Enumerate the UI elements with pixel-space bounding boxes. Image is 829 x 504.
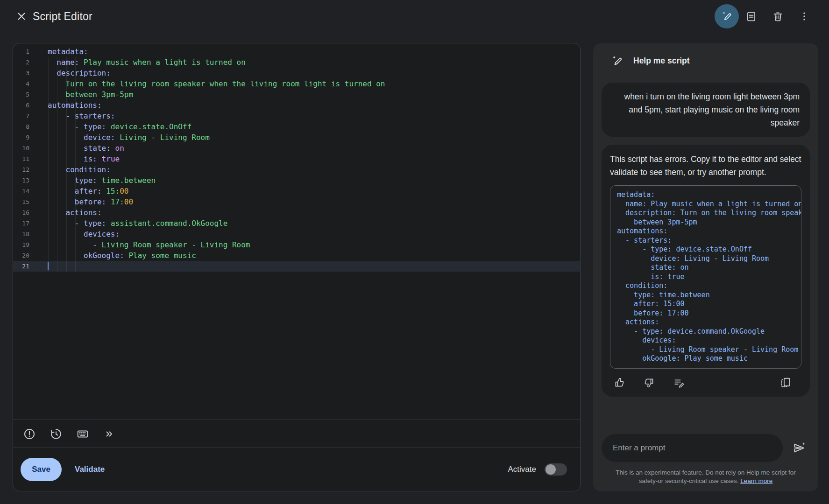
line-number: 5 [13,89,39,100]
assistant-response-bubble: This script has errors. Copy it to the e… [602,145,810,397]
line-number: 10 [13,143,39,154]
history-button[interactable] [47,425,65,443]
line-number: 16 [13,207,39,218]
keyboard-icon [76,427,89,441]
code-line[interactable]: 14 after: 15:00 [13,186,580,196]
line-number: 17 [13,218,39,229]
editor-footer: Save Validate Activate [13,448,580,491]
thumb-up-button[interactable] [613,376,626,389]
feedback-row [610,376,801,389]
double-chevron-right-icon [104,428,115,440]
code-line[interactable]: 2 name: Play music when a light is turne… [13,57,580,68]
code-line[interactable]: 21 [13,261,580,272]
panel-spacer [593,397,818,434]
experimental-disclaimer: This is an experimental feature. Do not … [606,469,805,485]
line-number: 21 [13,261,39,272]
editor-toolbar [13,420,580,448]
help-me-script-panel: Help me script when i turn on the living… [593,43,818,491]
trash-icon [772,11,784,22]
line-number: 18 [13,229,39,239]
prompt-input-row [602,434,810,462]
thumb-down-icon [643,377,655,389]
script-editor-app: Script Editor [0,0,829,504]
activate-switch[interactable] [545,463,567,476]
line-number: 8 [13,121,39,132]
help-me-script-button[interactable] [715,4,739,28]
code-line[interactable]: 8 - type: device.state.OnOff [13,121,580,132]
line-number: 9 [13,132,39,143]
wand-sparkle-icon [721,10,733,22]
copy-icon [780,377,792,388]
top-bar: Script Editor [0,0,829,33]
delete-button[interactable] [768,7,787,26]
code-editor[interactable]: 1metadata:2 name: Play music when a ligh… [13,43,580,420]
help-panel-header: Help me script [611,55,818,67]
generated-code-box: metadata: name: Play music when a light … [610,185,801,369]
send-sparkle-icon [792,441,806,455]
code-line[interactable]: 18 devices: [13,229,580,239]
kebab-menu-icon [799,11,810,22]
problems-button[interactable] [20,425,39,443]
more-options-button[interactable] [795,7,814,26]
keyboard-button[interactable] [73,425,92,443]
activate-label: Activate [508,465,536,474]
edit-note-icon [673,377,685,389]
line-number: 2 [13,57,39,68]
editor-empty-area[interactable] [13,272,580,409]
user-message-bubble: when i turn on the living room light bet… [602,83,810,137]
save-button[interactable]: Save [21,458,62,481]
line-number: 4 [13,78,39,89]
copy-to-editor-button[interactable] [779,376,792,389]
text-cursor [48,262,49,270]
code-line[interactable]: 20 okGoogle: Play some music [13,250,580,261]
close-button[interactable] [12,7,31,26]
code-line[interactable]: 16 actions: [13,207,580,218]
history-clock-icon [50,427,63,441]
validate-button[interactable]: Validate [75,465,105,474]
code-line[interactable]: 9 device: Living - Living Room [13,132,580,143]
help-panel-title: Help me script [633,56,690,66]
code-line[interactable]: 7 - starters: [13,111,580,121]
code-line[interactable]: 19 - Living Room speaker - Living Room [13,239,580,250]
code-line[interactable]: 13 type: time.between [13,175,580,186]
code-line[interactable]: 3 description: [13,68,580,78]
code-line[interactable]: 12 condition: [13,164,580,175]
wand-sparkle-icon [611,55,624,67]
code-line[interactable]: 6automations: [13,100,580,111]
code-line[interactable]: 17 - type: assistant.command.OkGoogle [13,218,580,229]
line-number: 19 [13,239,39,250]
line-number: 11 [13,154,39,164]
thumb-down-button[interactable] [643,376,656,389]
code-line[interactable]: 10 state: on [13,143,580,154]
expand-toolbar-button[interactable] [100,425,119,443]
line-number: 6 [13,100,39,111]
code-line[interactable]: 11 is: true [13,154,580,164]
line-number: 3 [13,68,39,78]
response-code: metadata: name: Play music when a light … [617,190,794,364]
line-number: 15 [13,196,39,207]
code-line[interactable]: 4 Turn on the living room speaker when t… [13,78,580,89]
page-title: Script Editor [33,10,92,23]
editor-panel: 1metadata:2 name: Play music when a ligh… [13,43,581,491]
code-line[interactable]: 1metadata: [13,46,580,57]
line-number: 20 [13,250,39,261]
line-number: 14 [13,186,39,196]
line-number: 1 [13,46,39,57]
edit-feedback-button[interactable] [673,376,686,389]
document-icon [745,11,757,22]
line-number: 13 [13,175,39,186]
document-button[interactable] [742,7,760,26]
line-number: 12 [13,164,39,175]
code-line[interactable]: 5 between 3pm-5pm [13,89,580,100]
learn-more-link[interactable]: Learn more [740,477,772,484]
close-icon [16,11,27,22]
prompt-input[interactable] [602,434,783,462]
assistant-response-text: This script has errors. Copy it to the e… [610,153,801,179]
error-circle-icon [23,427,36,441]
editor-rows: 1metadata:2 name: Play music when a ligh… [13,43,580,272]
code-line[interactable]: 15 before: 17:00 [13,196,580,207]
thumb-up-icon [613,377,625,389]
line-number: 7 [13,111,39,121]
switch-knob [546,464,556,475]
send-prompt-button[interactable] [788,437,810,459]
